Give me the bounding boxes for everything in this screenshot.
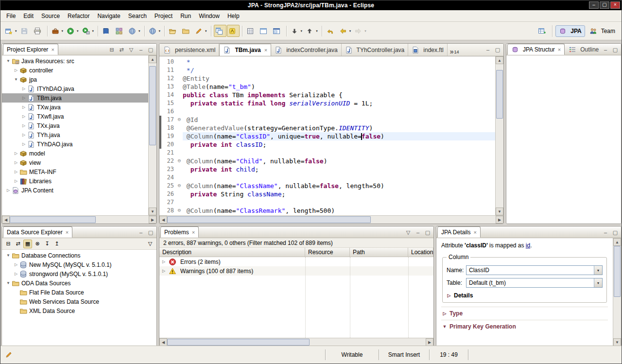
details-twistie[interactable]: ▷ Details — [447, 292, 603, 299]
expand-arrow-icon[interactable]: ▷ — [13, 68, 19, 72]
scroll-up-icon[interactable]: ▲ — [496, 56, 503, 64]
code-line-15[interactable]: 15 private static final long serialVersi… — [159, 99, 495, 107]
problems-tab[interactable]: Problems × — [160, 226, 199, 238]
minimize-window-button[interactable]: – — [589, 1, 599, 9]
project-item-model[interactable]: ▷model — [2, 149, 148, 158]
link-with-editor-icon[interactable]: ⇄ — [14, 240, 22, 248]
scrollbar-track[interactable] — [167, 216, 496, 224]
dropdown-arrow-icon[interactable]: ▾ — [364, 29, 366, 33]
fold-collapse-icon[interactable]: ⊖ — [176, 207, 183, 215]
scrollbar-track[interactable] — [496, 64, 503, 208]
dse-item-strongword-mysql-v-5-1-0-1[interactable]: ▷strongword (MySQL v. 5.1.0.1) — [2, 269, 156, 278]
toggle-mark-occurrences-button[interactable] — [227, 25, 240, 37]
open-task-button[interactable] — [258, 25, 271, 37]
problems-horizontal-scrollbar[interactable]: ◀▶ — [159, 338, 433, 346]
scrollbar-thumb[interactable] — [614, 246, 621, 297]
expand-arrow-icon[interactable]: ▷ — [20, 96, 27, 100]
dse-item-database-connections[interactable]: ▼Database Connections — [2, 251, 156, 260]
maximize-icon[interactable]: ▢ — [493, 45, 502, 54]
import-files-button[interactable] — [180, 25, 193, 37]
scroll-left-icon[interactable]: ◀ — [159, 338, 167, 346]
code-line-28[interactable]: 28⊖ @Column(name="ClassRemark", length=5… — [159, 207, 495, 215]
dropdown-arrow-icon[interactable]: ▾ — [316, 29, 318, 33]
code-line-27[interactable]: 27 — [159, 198, 495, 207]
link-with-editor-icon[interactable]: ⇄ — [117, 45, 126, 54]
dropdown-arrow-icon[interactable]: ▾ — [205, 29, 207, 33]
scrollbar-thumb[interactable] — [167, 216, 371, 223]
open-perspective-button[interactable] — [536, 25, 549, 37]
scrollbar-track[interactable] — [10, 216, 149, 224]
expand-arrow-icon[interactable]: ▷ — [20, 133, 27, 137]
save-button[interactable] — [19, 25, 32, 37]
minimize-icon[interactable]: – — [601, 228, 610, 237]
editor-tab-persistence-xml[interactable]: persistence.xml — [160, 44, 219, 56]
project-item-tbm-java[interactable]: ▷TBm.java — [2, 93, 148, 103]
show-category-icon[interactable]: ▦ — [23, 240, 32, 248]
back-button[interactable]: ▾ — [338, 25, 353, 37]
maximize-icon[interactable]: ▢ — [611, 45, 620, 54]
maximize-icon[interactable]: ▢ — [611, 228, 620, 237]
code-line-10[interactable]: 10 * — [159, 58, 495, 66]
data-source-explorer-tab[interactable]: Data Source Explorer × — [3, 226, 72, 238]
scrollbar-thumb[interactable] — [167, 339, 310, 346]
tab-overflow-indicator[interactable]: »14 — [450, 49, 459, 56]
scrollbar-track[interactable] — [167, 338, 426, 346]
code-line-17[interactable]: 17⊖ @Id — [159, 116, 495, 124]
minimize-icon[interactable]: – — [601, 45, 610, 54]
editor-tab-indexcontroller-java[interactable]: indexController.java — [271, 44, 341, 56]
open-type-button[interactable] — [245, 25, 258, 37]
view-menu-icon[interactable]: ▽ — [146, 240, 155, 248]
expand-arrow-icon[interactable]: ▷ — [13, 160, 19, 165]
code-line-12[interactable]: 12@Entity — [159, 74, 495, 83]
scroll-down-icon[interactable]: ▼ — [613, 338, 621, 346]
collapse-arrow-icon[interactable]: ▼ — [5, 59, 12, 63]
dse-item-xml-data-source[interactable]: XML Data Source — [2, 306, 156, 315]
project-item-txx-java[interactable]: ▷TXx.java — [2, 121, 148, 130]
menu-run[interactable]: Run — [176, 11, 195, 21]
scroll-right-icon[interactable]: ▶ — [426, 338, 433, 346]
project-item-tyh-java[interactable]: ▷TYh.java — [2, 130, 148, 139]
code-line-20[interactable]: 20 private int classID; — [159, 140, 495, 149]
column-header-path[interactable]: Path — [350, 248, 408, 257]
combo-dropdown-icon[interactable]: ▾ — [594, 278, 602, 287]
maximize-window-button[interactable]: ▢ — [600, 1, 609, 9]
close-tab-icon[interactable]: × — [264, 47, 267, 53]
external-tools-button[interactable]: ▾ — [50, 25, 65, 37]
scroll-up-icon[interactable]: ▲ — [613, 238, 621, 246]
expand-arrow-icon[interactable]: ▷ — [161, 260, 167, 264]
open-resource-button[interactable] — [114, 25, 126, 37]
scroll-right-icon[interactable]: ▶ — [149, 216, 156, 224]
annotations-button[interactable]: ▾ — [193, 25, 208, 37]
code-line-13[interactable]: 13@Table(name="t_bm") — [159, 83, 495, 91]
column-header-location[interactable]: Location — [408, 248, 433, 257]
menu-search[interactable]: Search — [124, 11, 151, 21]
print-button[interactable] — [32, 25, 45, 37]
code-line-14[interactable]: 14public class TBm implements Serializab… — [159, 91, 495, 99]
minimize-icon[interactable]: – — [137, 228, 145, 237]
expand-arrow-icon[interactable]: ▷ — [13, 151, 19, 156]
project-item-java-resources-src[interactable]: ▼Java Resources: src — [2, 56, 148, 66]
forward-button[interactable]: ▾ — [353, 25, 368, 37]
scrollbar-thumb[interactable] — [496, 70, 503, 119]
minimize-icon[interactable]: – — [137, 45, 145, 54]
menu-window[interactable]: Window — [195, 11, 224, 21]
connect-icon[interactable]: ⊗ — [33, 240, 42, 248]
scrollbar-thumb[interactable] — [10, 216, 96, 223]
problems-row-warnings-100-of-887-items[interactable]: ▷Warnings (100 of 887 items) — [159, 266, 433, 276]
project-explorer-horizontal-scrollbar[interactable]: ◀▶ — [2, 215, 156, 224]
expand-arrow-icon[interactable]: ▷ — [13, 262, 19, 267]
close-view-icon[interactable]: × — [473, 229, 476, 235]
dse-item-oda-data-sources[interactable]: ▼ODA Data Sources — [2, 278, 156, 288]
code-editor[interactable]: 10 *11 */12@Entity13@Table(name="t_bm")1… — [159, 56, 495, 215]
open-file-button[interactable] — [167, 25, 180, 37]
scrollbar-track[interactable] — [613, 246, 621, 338]
minimize-icon[interactable]: – — [414, 228, 422, 237]
dse-item-new-mysql-mysql-v-5-1-0-1[interactable]: ▷New MySQL (MySQL v. 5.1.0.1) — [2, 260, 156, 269]
expand-arrow-icon[interactable]: ▷ — [13, 170, 19, 174]
collapse-arrow-icon[interactable]: ▼ — [5, 253, 12, 258]
section-primary-key-generation[interactable]: ▼Primary Key Generation — [441, 320, 608, 333]
jpa-details-tab[interactable]: JPA Details × — [437, 226, 481, 238]
dropdown-arrow-icon[interactable]: ▾ — [301, 29, 303, 33]
problems-row-errors-2-items[interactable]: ▷Errors (2 items) — [159, 257, 433, 266]
dropdown-arrow-icon[interactable]: ▾ — [349, 29, 351, 33]
